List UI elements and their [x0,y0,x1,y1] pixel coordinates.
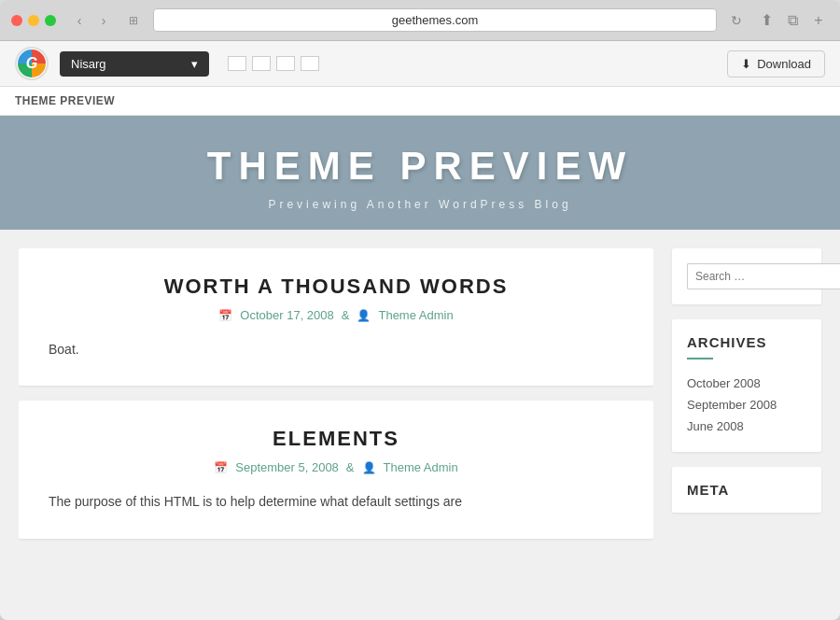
meta-title: META [687,482,806,498]
preview-label-text: THEME PREVIEW [15,94,115,107]
layout-icon-3[interactable] [276,56,295,71]
layout-icon-2[interactable] [252,56,271,71]
blog-subtitle: Previewing Another WordPress Blog [19,198,821,211]
close-button[interactable] [11,15,22,26]
theme-selector-dropdown[interactable]: Nisarg ▾ [60,51,209,77]
archives-widget: ARCHIVES October 2008 September 2008 Jun… [672,319,821,452]
browser-toolbar: ‹ › ⊞ geethemes.com ↻ ⬆ ⧉ + [0,0,840,41]
theme-name: Nisarg [71,57,106,71]
meta-separator-1: & [342,308,350,322]
calendar-icon: 📅 [218,309,232,322]
post-card-2: ELEMENTS 📅 September 5, 2008 & 👤 Theme A… [19,401,653,538]
author-icon-1: 👤 [357,309,371,322]
blog-title: THEME PREVIEW [19,144,821,189]
geethemes-logo: G [15,47,49,80]
browser-window: ‹ › ⊞ geethemes.com ↻ ⬆ ⧉ + G Nisarg ▾ [0,0,840,620]
search-input[interactable] [687,263,840,289]
archives-title-underline [687,358,713,359]
post-content-1: Boat. [49,339,623,359]
author-icon-2: 👤 [362,461,376,474]
search-widget: 🔍 [672,248,821,304]
post-meta-2: 📅 September 5, 2008 & 👤 Theme Admin [49,460,623,474]
logo-circle: G [18,49,46,78]
sidebar: 🔍 ARCHIVES October 2008 September 2008 J… [672,248,821,601]
download-icon: ⬇ [741,57,751,71]
meta-separator-2: & [346,460,355,474]
url-text: geethemes.com [392,13,479,27]
layout-icon-1[interactable] [228,56,246,71]
maximize-button[interactable] [45,15,56,26]
blog-header: THEME PREVIEW Previewing Another WordPre… [0,116,840,230]
add-tab-button[interactable]: + [808,10,829,31]
preview-area: THEME PREVIEW Previewing Another WordPre… [0,116,840,620]
logo-letter: G [26,55,37,72]
back-button[interactable]: ‹ [69,10,90,31]
meta-widget: META [672,467,821,513]
forward-button[interactable]: › [93,10,114,31]
archive-item-2[interactable]: June 2008 [687,416,806,437]
geethemes-bar: G Nisarg ▾ ⬇ Download [0,41,840,87]
preview-label-bar: THEME PREVIEW [0,87,840,116]
post-title-1: WORTH A THOUSAND WORDS [49,275,623,299]
calendar-icon-2: 📅 [214,461,228,474]
post-card-1: WORTH A THOUSAND WORDS 📅 October 17, 200… [19,248,653,386]
expand-button[interactable]: ⧉ [782,10,803,31]
post-author-2: Theme Admin [384,460,458,474]
reload-button[interactable]: ↻ [726,10,747,31]
post-author-1: Theme Admin [378,308,453,322]
post-meta-1: 📅 October 17, 2008 & 👤 Theme Admin [49,308,623,322]
download-button[interactable]: ⬇ Download [727,50,825,78]
preview-layout-icons [228,56,319,71]
tab-grid-button[interactable]: ⊞ [123,10,144,31]
archives-title: ARCHIVES [687,334,806,350]
post-content-2: The purpose of this HTML is to help dete… [49,491,623,512]
right-controls: ⬆ ⧉ + [756,10,829,31]
main-content: WORTH A THOUSAND WORDS 📅 October 17, 200… [19,248,653,601]
minimize-button[interactable] [28,15,39,26]
post-date-2: September 5, 2008 [235,460,339,474]
blog-content: WORTH A THOUSAND WORDS 📅 October 17, 200… [0,230,840,620]
traffic-lights [11,15,56,26]
download-label: Download [757,57,811,71]
chevron-down-icon: ▾ [191,57,198,71]
post-title-2: ELEMENTS [49,427,623,451]
address-bar[interactable]: geethemes.com [153,8,717,32]
navigation-arrows: ‹ › [69,10,114,31]
layout-icon-4[interactable] [301,56,319,71]
archive-item-1[interactable]: September 2008 [687,394,806,416]
share-button[interactable]: ⬆ [756,10,777,31]
search-form: 🔍 [687,263,806,289]
archive-list: October 2008 September 2008 June 2008 [687,373,806,437]
archive-item-0[interactable]: October 2008 [687,373,806,394]
post-date-1: October 17, 2008 [240,308,333,322]
